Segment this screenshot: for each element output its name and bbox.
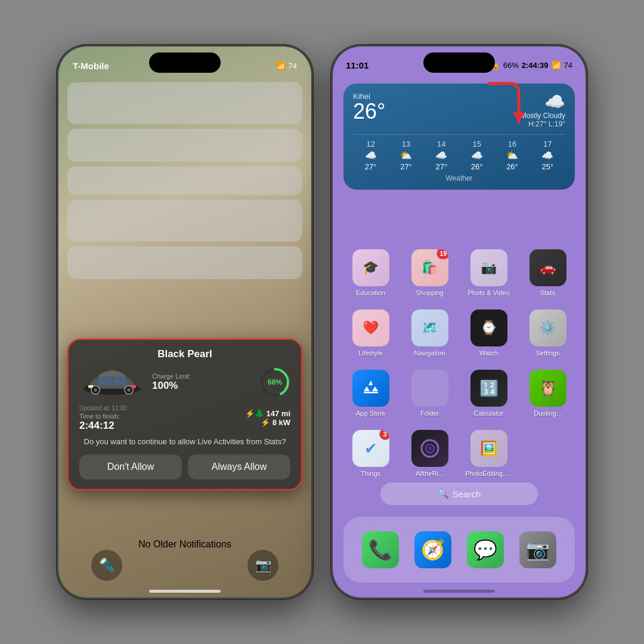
right-phone: 11:01 🔒 66% 2:44:39 📶 74 Kihei 26° ☁️ Mo… — [331, 45, 587, 599]
svg-rect-8 — [131, 385, 136, 388]
time-finish-value: 2:44:12 — [79, 420, 127, 432]
app-shopping[interactable]: 🛍️ 19 Shopping — [405, 249, 454, 296]
dock-messages[interactable]: 💬 — [467, 531, 504, 568]
app-things[interactable]: ✔ 3 Things — [346, 430, 395, 477]
dynamic-island-left — [149, 52, 221, 73]
folder-icon — [411, 370, 448, 407]
tesla-power: 8 kW — [273, 418, 290, 427]
photo-video-icon: 📷 — [470, 249, 507, 286]
dont-allow-button[interactable]: Don't Allow — [79, 454, 182, 479]
app-calculator[interactable]: 🔢 Calculator — [465, 370, 513, 417]
photo-editing-icon: 🖼️ — [470, 430, 507, 467]
duolingo-label: Duoling... — [534, 410, 561, 417]
shopping-label: Shopping — [416, 289, 444, 296]
alltheri-icon — [411, 430, 448, 467]
photo-editing-label: PhotoEditingSh... — [466, 470, 512, 477]
education-icon: 🎓 — [352, 249, 389, 286]
battery-left: 74 — [289, 61, 297, 70]
alltheri-label: AlltheRi... — [416, 470, 444, 477]
lifestyle-icon: ❤️ — [352, 309, 389, 346]
clock-display: 2:44:39 — [522, 61, 549, 70]
tesla-range-power: ⚡🌲 147 mi ⚡ 8 kW — [245, 409, 290, 427]
camera-button[interactable]: 📷 — [247, 550, 278, 581]
blur-notification-4 — [67, 200, 302, 242]
shopping-icon: 🛍️ 19 — [411, 249, 448, 286]
things-badge: 3 — [379, 430, 389, 440]
battery-percentage-right: 66% — [503, 61, 519, 70]
weather-hi-lo: H:27° L:19° — [521, 120, 565, 128]
weather-temp: 26° — [353, 101, 385, 122]
app-education[interactable]: 🎓 Education — [346, 249, 395, 296]
tesla-extra-stats: Updated at: 11:00 Time to finish: 2:44:1… — [79, 405, 290, 432]
app-duolingo[interactable]: 🦉 Duoling... — [524, 370, 572, 417]
app-folder[interactable]: Folder — [405, 370, 454, 417]
tesla-widget: Black Pearl — [67, 339, 302, 490]
dock-safari[interactable]: 🧭 — [414, 531, 451, 568]
home-indicator-right — [423, 590, 495, 593]
weather-details: ☁️ Mostly Cloudy H:27° L:19° — [521, 92, 565, 128]
calculator-label: Calculator — [474, 410, 504, 417]
weather-widget[interactable]: Kihei 26° ☁️ Mostly Cloudy H:27° L:19° 1… — [343, 83, 575, 190]
svg-point-2 — [94, 388, 97, 392]
settings-label: Settings — [536, 349, 560, 357]
search-label: Search — [453, 489, 481, 499]
search-icon: 🔍 — [438, 488, 449, 499]
lock-screen-controls: 🔦 📷 — [58, 550, 311, 581]
svg-point-4 — [127, 388, 131, 392]
carrier-label: T-Mobile — [73, 61, 109, 71]
navigation-icon: 🗺️ — [411, 309, 448, 346]
blur-notification-5 — [67, 246, 302, 279]
appstore-label: App Store — [356, 410, 385, 417]
wifi-icon-right: 📶 — [552, 61, 561, 70]
dock-camera[interactable]: 📷 — [519, 531, 556, 568]
weather-condition: Mostly Cloudy — [521, 112, 565, 120]
tesla-updated-time: Updated at: 11:00 — [79, 405, 127, 411]
watch-icon: ⌚ — [470, 309, 507, 346]
always-allow-button[interactable]: Always Allow — [188, 454, 290, 479]
app-photo-editing[interactable]: 🖼️ PhotoEditingSh... — [465, 430, 513, 477]
phone-dock-icon: 📞 — [362, 531, 399, 568]
app-appstore[interactable]: App Store — [346, 370, 395, 417]
folder-label: Folder — [420, 410, 439, 417]
dynamic-island-right — [423, 52, 495, 73]
things-label: Things — [361, 470, 380, 477]
tesla-action-buttons: Don't Allow Always Allow — [79, 454, 290, 479]
app-alltheri[interactable]: AlltheRi... — [405, 430, 454, 477]
status-time: 11:01 — [346, 60, 369, 70]
navigation-label: Navigation — [414, 349, 445, 357]
settings-icon: ⚙️ — [530, 309, 566, 346]
charge-percentage: 66% — [268, 378, 282, 386]
things-icon: ✔ 3 — [352, 430, 389, 467]
education-label: Education — [356, 289, 385, 296]
messages-dock-icon: 💬 — [467, 531, 504, 568]
shopping-badge: 19 — [436, 249, 448, 259]
search-bar[interactable]: 🔍 Search — [380, 482, 538, 505]
svg-rect-6 — [113, 377, 126, 386]
time-finish-label: Time to finish: — [79, 413, 127, 420]
tesla-range: 147 mi — [267, 409, 290, 418]
app-lifestyle[interactable]: ❤️ Lifestyle — [346, 309, 395, 357]
weather-forecast: 12☁️27° 13⛅27° 14☁️27° 15☁️26° 16⛅26° 17… — [353, 134, 565, 171]
app-navigation[interactable]: 🗺️ Navigation — [405, 309, 454, 357]
app-row-1: 🎓 Education 🛍️ 19 Shopping 📷 Photo & Vid — [341, 249, 577, 296]
app-grid: 🎓 Education 🛍️ 19 Shopping 📷 Photo & Vid — [341, 249, 577, 490]
dock-phone[interactable]: 📞 — [362, 531, 399, 568]
app-row-2: ❤️ Lifestyle 🗺️ Navigation ⌚ Watch — [341, 309, 577, 357]
flashlight-button[interactable]: 🔦 — [91, 550, 122, 581]
left-phone: T-Mobile 📶 74 Black Pearl — [57, 45, 313, 599]
calculator-icon: 🔢 — [470, 370, 507, 407]
dock: 📞 🧭 💬 📷 — [343, 517, 575, 583]
app-settings[interactable]: ⚙️ Settings — [524, 309, 572, 357]
blur-notification-3 — [67, 166, 302, 195]
blur-notification-1 — [67, 82, 302, 124]
no-older-label: No Older Notifications — [138, 539, 231, 549]
app-stats[interactable]: 🚗 Stats — [524, 249, 572, 296]
app-photo-video[interactable]: 📷 Photo & Video — [465, 249, 513, 296]
tesla-car-name: Black Pearl — [79, 348, 290, 360]
stats-icon: 🚗 — [530, 249, 566, 286]
camera-dock-icon: 📷 — [519, 531, 556, 568]
app-watch[interactable]: ⌚ Watch — [465, 309, 513, 357]
weather-top: Kihei 26° ☁️ Mostly Cloudy H:27° L:19° — [353, 92, 565, 128]
appstore-icon — [352, 370, 389, 407]
safari-dock-icon: 🧭 — [414, 531, 451, 568]
